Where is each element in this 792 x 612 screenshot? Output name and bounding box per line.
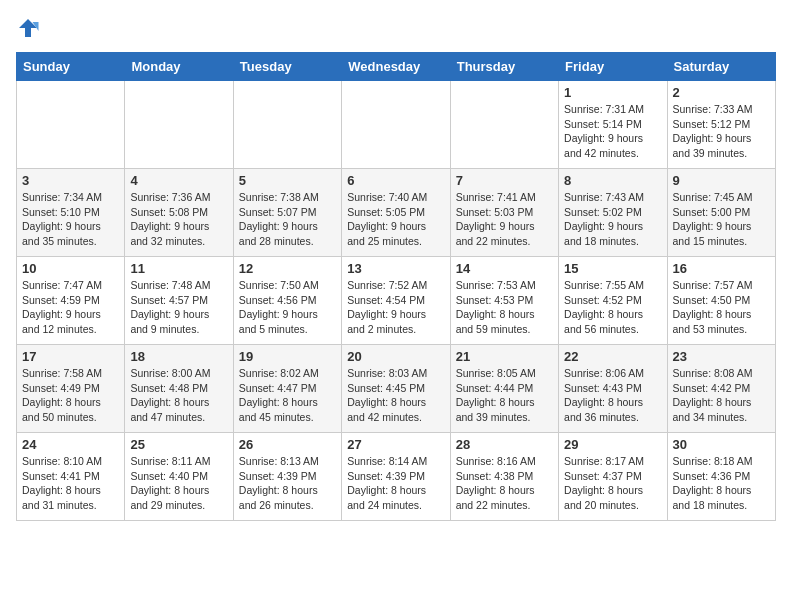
calendar-week-row: 17 Sunrise: 7:58 AMSunset: 4:49 PMDaylig… [17,345,776,433]
day-info: Sunrise: 7:55 AMSunset: 4:52 PMDaylight:… [564,279,644,335]
day-info: Sunrise: 8:02 AMSunset: 4:47 PMDaylight:… [239,367,319,423]
day-number: 8 [564,173,661,188]
day-of-week-header: Saturday [667,53,775,81]
calendar-cell: 24 Sunrise: 8:10 AMSunset: 4:41 PMDaylig… [17,433,125,521]
calendar-cell: 17 Sunrise: 7:58 AMSunset: 4:49 PMDaylig… [17,345,125,433]
calendar-cell: 14 Sunrise: 7:53 AMSunset: 4:53 PMDaylig… [450,257,558,345]
day-number: 24 [22,437,119,452]
day-info: Sunrise: 7:31 AMSunset: 5:14 PMDaylight:… [564,103,644,159]
day-info: Sunrise: 8:06 AMSunset: 4:43 PMDaylight:… [564,367,644,423]
calendar: SundayMondayTuesdayWednesdayThursdayFrid… [16,52,776,521]
calendar-cell: 22 Sunrise: 8:06 AMSunset: 4:43 PMDaylig… [559,345,667,433]
calendar-cell: 4 Sunrise: 7:36 AMSunset: 5:08 PMDayligh… [125,169,233,257]
calendar-cell: 5 Sunrise: 7:38 AMSunset: 5:07 PMDayligh… [233,169,341,257]
calendar-cell: 2 Sunrise: 7:33 AMSunset: 5:12 PMDayligh… [667,81,775,169]
day-info: Sunrise: 8:00 AMSunset: 4:48 PMDaylight:… [130,367,210,423]
calendar-cell [17,81,125,169]
calendar-cell: 7 Sunrise: 7:41 AMSunset: 5:03 PMDayligh… [450,169,558,257]
calendar-cell: 20 Sunrise: 8:03 AMSunset: 4:45 PMDaylig… [342,345,450,433]
day-number: 5 [239,173,336,188]
day-number: 13 [347,261,444,276]
calendar-cell: 21 Sunrise: 8:05 AMSunset: 4:44 PMDaylig… [450,345,558,433]
day-info: Sunrise: 7:38 AMSunset: 5:07 PMDaylight:… [239,191,319,247]
calendar-cell: 12 Sunrise: 7:50 AMSunset: 4:56 PMDaylig… [233,257,341,345]
day-info: Sunrise: 8:03 AMSunset: 4:45 PMDaylight:… [347,367,427,423]
day-number: 16 [673,261,770,276]
day-number: 26 [239,437,336,452]
calendar-cell [125,81,233,169]
calendar-cell: 16 Sunrise: 7:57 AMSunset: 4:50 PMDaylig… [667,257,775,345]
day-info: Sunrise: 7:33 AMSunset: 5:12 PMDaylight:… [673,103,753,159]
day-number: 11 [130,261,227,276]
day-info: Sunrise: 8:13 AMSunset: 4:39 PMDaylight:… [239,455,319,511]
calendar-cell [342,81,450,169]
day-number: 2 [673,85,770,100]
calendar-cell: 3 Sunrise: 7:34 AMSunset: 5:10 PMDayligh… [17,169,125,257]
day-number: 6 [347,173,444,188]
day-info: Sunrise: 8:05 AMSunset: 4:44 PMDaylight:… [456,367,536,423]
day-of-week-header: Monday [125,53,233,81]
calendar-cell: 19 Sunrise: 8:02 AMSunset: 4:47 PMDaylig… [233,345,341,433]
day-info: Sunrise: 8:11 AMSunset: 4:40 PMDaylight:… [130,455,210,511]
day-info: Sunrise: 7:53 AMSunset: 4:53 PMDaylight:… [456,279,536,335]
day-info: Sunrise: 7:52 AMSunset: 4:54 PMDaylight:… [347,279,427,335]
calendar-cell: 8 Sunrise: 7:43 AMSunset: 5:02 PMDayligh… [559,169,667,257]
day-number: 20 [347,349,444,364]
day-info: Sunrise: 8:17 AMSunset: 4:37 PMDaylight:… [564,455,644,511]
day-number: 10 [22,261,119,276]
calendar-cell: 10 Sunrise: 7:47 AMSunset: 4:59 PMDaylig… [17,257,125,345]
day-info: Sunrise: 8:16 AMSunset: 4:38 PMDaylight:… [456,455,536,511]
calendar-cell: 30 Sunrise: 8:18 AMSunset: 4:36 PMDaylig… [667,433,775,521]
day-number: 28 [456,437,553,452]
calendar-cell: 6 Sunrise: 7:40 AMSunset: 5:05 PMDayligh… [342,169,450,257]
calendar-cell: 23 Sunrise: 8:08 AMSunset: 4:42 PMDaylig… [667,345,775,433]
day-info: Sunrise: 8:18 AMSunset: 4:36 PMDaylight:… [673,455,753,511]
day-info: Sunrise: 7:43 AMSunset: 5:02 PMDaylight:… [564,191,644,247]
day-of-week-header: Tuesday [233,53,341,81]
calendar-cell: 29 Sunrise: 8:17 AMSunset: 4:37 PMDaylig… [559,433,667,521]
logo [16,16,44,40]
calendar-cell: 26 Sunrise: 8:13 AMSunset: 4:39 PMDaylig… [233,433,341,521]
day-number: 14 [456,261,553,276]
calendar-cell: 1 Sunrise: 7:31 AMSunset: 5:14 PMDayligh… [559,81,667,169]
day-number: 15 [564,261,661,276]
day-number: 1 [564,85,661,100]
calendar-cell: 9 Sunrise: 7:45 AMSunset: 5:00 PMDayligh… [667,169,775,257]
day-number: 3 [22,173,119,188]
calendar-cell: 25 Sunrise: 8:11 AMSunset: 4:40 PMDaylig… [125,433,233,521]
day-info: Sunrise: 7:57 AMSunset: 4:50 PMDaylight:… [673,279,753,335]
day-of-week-header: Thursday [450,53,558,81]
day-number: 22 [564,349,661,364]
day-number: 4 [130,173,227,188]
day-of-week-header: Sunday [17,53,125,81]
calendar-cell: 15 Sunrise: 7:55 AMSunset: 4:52 PMDaylig… [559,257,667,345]
calendar-cell: 11 Sunrise: 7:48 AMSunset: 4:57 PMDaylig… [125,257,233,345]
header [16,16,776,40]
day-number: 30 [673,437,770,452]
calendar-week-row: 24 Sunrise: 8:10 AMSunset: 4:41 PMDaylig… [17,433,776,521]
day-number: 17 [22,349,119,364]
calendar-week-row: 3 Sunrise: 7:34 AMSunset: 5:10 PMDayligh… [17,169,776,257]
day-info: Sunrise: 7:34 AMSunset: 5:10 PMDaylight:… [22,191,102,247]
svg-marker-0 [19,19,37,37]
day-info: Sunrise: 7:45 AMSunset: 5:00 PMDaylight:… [673,191,753,247]
day-info: Sunrise: 7:40 AMSunset: 5:05 PMDaylight:… [347,191,427,247]
calendar-cell [450,81,558,169]
calendar-cell: 27 Sunrise: 8:14 AMSunset: 4:39 PMDaylig… [342,433,450,521]
day-info: Sunrise: 7:48 AMSunset: 4:57 PMDaylight:… [130,279,210,335]
day-of-week-header: Wednesday [342,53,450,81]
calendar-cell [233,81,341,169]
calendar-week-row: 1 Sunrise: 7:31 AMSunset: 5:14 PMDayligh… [17,81,776,169]
day-number: 21 [456,349,553,364]
day-info: Sunrise: 8:08 AMSunset: 4:42 PMDaylight:… [673,367,753,423]
day-number: 12 [239,261,336,276]
day-info: Sunrise: 7:47 AMSunset: 4:59 PMDaylight:… [22,279,102,335]
day-info: Sunrise: 7:58 AMSunset: 4:49 PMDaylight:… [22,367,102,423]
day-info: Sunrise: 7:41 AMSunset: 5:03 PMDaylight:… [456,191,536,247]
day-number: 29 [564,437,661,452]
day-info: Sunrise: 8:10 AMSunset: 4:41 PMDaylight:… [22,455,102,511]
calendar-week-row: 10 Sunrise: 7:47 AMSunset: 4:59 PMDaylig… [17,257,776,345]
day-number: 9 [673,173,770,188]
day-number: 25 [130,437,227,452]
day-info: Sunrise: 7:36 AMSunset: 5:08 PMDaylight:… [130,191,210,247]
